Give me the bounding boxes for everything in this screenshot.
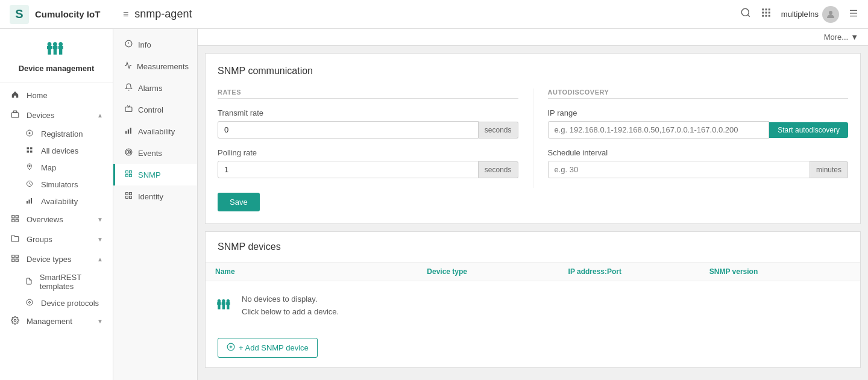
transmit-rate-group: Transmit rate seconds <box>218 108 518 139</box>
form-two-col: RATES Transmit rate seconds Polling rate… <box>218 89 848 188</box>
management-icon <box>10 316 20 326</box>
sidebar-item-all-devices[interactable]: All devices <box>19 142 113 159</box>
simulators-label: Simulators <box>41 180 78 189</box>
availability-label: Availability <box>41 197 78 206</box>
tab-availability[interactable]: Availability <box>113 120 197 142</box>
sidebar-item-map[interactable]: Map <box>19 159 113 176</box>
polling-rate-input[interactable] <box>218 161 479 178</box>
svg-rect-66 <box>222 304 225 310</box>
header-actions: multipleIns <box>740 6 858 23</box>
ip-range-input[interactable] <box>548 121 770 139</box>
polling-rate-label: Polling rate <box>218 148 518 157</box>
sidebar-item-registration[interactable]: Registration <box>19 125 113 142</box>
header-title-area: ≡ snmp-agent <box>123 8 740 20</box>
tab-events[interactable]: Events <box>113 142 197 164</box>
map-label: Map <box>41 163 56 172</box>
sidebar-item-devices[interactable]: Devices ▲ <box>0 105 113 125</box>
sidebar-item-device-types[interactable]: Device types ▲ <box>0 249 113 269</box>
svg-rect-27 <box>30 148 33 150</box>
sidebar-nav: Home Devices ▲ Registration <box>0 83 113 334</box>
sidebar-item-home[interactable]: Home <box>0 86 113 105</box>
svg-rect-37 <box>12 219 14 222</box>
hamburger-icon[interactable]: ≡ <box>123 9 128 20</box>
svg-point-17 <box>47 42 51 46</box>
sidebar-item-simulators[interactable]: Simulators <box>19 176 113 193</box>
tab-alarms-label: Alarms <box>138 84 162 93</box>
smartrest-label: SmartREST templates <box>40 273 108 291</box>
tab-info-label: Info <box>138 40 151 49</box>
svg-rect-61 <box>125 196 128 199</box>
svg-rect-40 <box>16 255 18 258</box>
svg-rect-29 <box>30 151 33 153</box>
sidebar-item-management[interactable]: Management ▼ <box>0 311 113 331</box>
svg-point-52 <box>128 151 129 152</box>
tab-snmp[interactable]: SNMP <box>113 164 197 185</box>
svg-rect-6 <box>765 12 767 14</box>
sidebar-item-smartrest[interactable]: SmartREST templates <box>19 269 113 294</box>
identity-tab-icon <box>124 192 133 201</box>
sidebar-item-groups[interactable]: Groups ▼ <box>0 229 113 249</box>
transmit-rate-input[interactable] <box>218 121 479 139</box>
tab-info[interactable]: Info <box>113 34 197 55</box>
schedule-interval-input[interactable] <box>548 161 810 178</box>
groups-icon <box>10 234 20 245</box>
logo-icon: S <box>10 5 29 24</box>
device-protocols-label: Device protocols <box>41 299 99 308</box>
map-icon <box>24 163 35 172</box>
transmit-rate-suffix: seconds <box>479 122 518 139</box>
sidebar-item-device-protocols[interactable]: Device protocols <box>19 294 113 311</box>
user-area[interactable]: multipleIns <box>781 6 839 23</box>
side-menu-icon[interactable] <box>849 8 858 20</box>
more-chevron-icon: ▼ <box>851 33 858 42</box>
polling-rate-suffix: seconds <box>479 161 518 178</box>
save-button[interactable]: Save <box>218 193 260 211</box>
device-types-expand-icon: ▲ <box>97 256 103 263</box>
col-device-type: Device type <box>427 267 568 276</box>
page-title: snmp-agent <box>134 8 192 20</box>
svg-point-43 <box>29 302 31 304</box>
snmp-devices-section: SNMP devices Name Device type IP address… <box>205 231 861 368</box>
devices-icon <box>10 110 20 120</box>
sidebar-header: Device management <box>0 29 113 83</box>
svg-rect-24 <box>11 113 19 117</box>
sidebar-item-overviews[interactable]: Overviews ▼ <box>0 210 113 229</box>
svg-point-0 <box>741 8 749 16</box>
polling-rate-input-group: seconds <box>218 161 518 178</box>
svg-rect-21 <box>59 48 62 55</box>
add-icon <box>227 343 235 353</box>
tab-alarms[interactable]: Alarms <box>113 77 197 99</box>
registration-label: Registration <box>41 129 83 139</box>
svg-rect-22 <box>58 46 63 49</box>
svg-rect-57 <box>125 175 128 177</box>
search-icon[interactable] <box>740 7 751 21</box>
col-name: Name <box>215 267 427 276</box>
table-header-row: Name Device type IP address:Port SNMP ve… <box>206 263 860 281</box>
svg-rect-59 <box>125 193 128 195</box>
transmit-rate-input-group: seconds <box>218 121 518 139</box>
management-expand-icon: ▼ <box>97 318 103 325</box>
snmp-communication-card: SNMP communication RATES Transmit rate s… <box>205 53 861 224</box>
empty-state-icon <box>215 296 234 316</box>
groups-expand-icon: ▼ <box>97 236 103 243</box>
measurements-tab-icon <box>124 61 132 71</box>
grid-icon[interactable] <box>761 7 772 21</box>
all-devices-icon <box>24 146 35 155</box>
col-snmp-version: SNMP version <box>709 267 851 276</box>
start-autodiscovery-button[interactable]: Start autodiscovery <box>769 122 848 138</box>
simulators-icon <box>24 179 35 189</box>
tab-identity[interactable]: Identity <box>113 185 197 207</box>
device-management-icon <box>10 39 103 61</box>
svg-rect-10 <box>769 15 770 17</box>
more-bar[interactable]: More... ▼ <box>198 29 868 46</box>
overviews-expand-icon: ▼ <box>97 216 103 223</box>
sidebar-item-devices-label: Devices <box>27 111 54 120</box>
svg-rect-67 <box>222 302 225 305</box>
svg-rect-35 <box>12 216 14 218</box>
add-snmp-device-button[interactable]: + Add SNMP device <box>218 338 318 358</box>
ip-range-input-group: Start autodiscovery <box>548 121 849 139</box>
tab-measurements[interactable]: Measurements <box>113 55 197 77</box>
svg-rect-32 <box>27 201 28 204</box>
tab-control[interactable]: Control <box>113 99 197 120</box>
sidebar-item-availability[interactable]: Availability <box>19 193 113 210</box>
home-icon <box>10 90 20 101</box>
